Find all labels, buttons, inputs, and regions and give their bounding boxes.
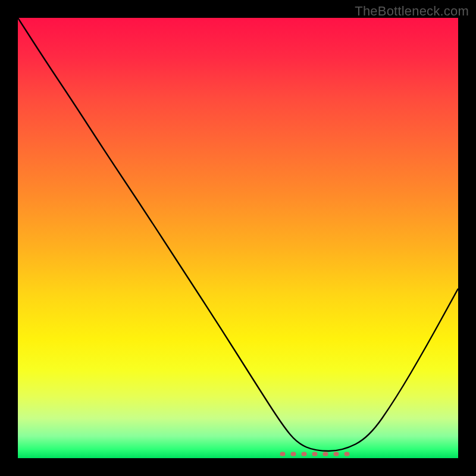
bottleneck-curve	[18, 18, 458, 451]
curve-layer	[18, 18, 458, 458]
plot-area	[18, 18, 458, 458]
watermark-text: TheBottleneck.com	[355, 4, 469, 19]
chart-frame: TheBottleneck.com	[0, 0, 476, 476]
